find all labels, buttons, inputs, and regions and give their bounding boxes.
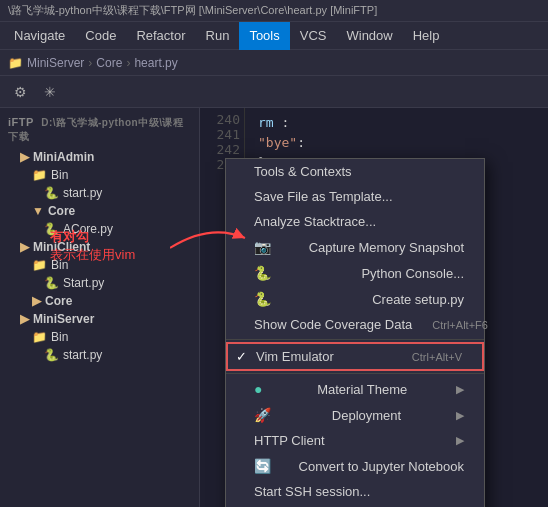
title-text: \路飞学城-python中级\课程下载\FTP网 [\MiniServer\Co… (8, 3, 377, 18)
annotation-line1: 有对勾 (50, 228, 135, 246)
toolbar: ⚙ ✳ (0, 76, 548, 108)
menu-item-python-console[interactable]: 🐍 Python Console... (226, 260, 484, 286)
menu-item-jupyter[interactable]: 🔄 Convert to Jupyter Notebook (226, 453, 484, 479)
menu-item-analyze-stacktrace[interactable]: Analyze Stacktrace... (226, 209, 484, 234)
submenu-arrow3: ▶ (456, 434, 464, 447)
python-icon: 🐍 (254, 265, 271, 281)
breadcrumb-sep1: › (88, 56, 92, 70)
menu-item-http-client[interactable]: HTTP Client ▶ (226, 428, 484, 453)
submenu-arrow: ▶ (456, 383, 464, 396)
title-bar: \路飞学城-python中级\课程下载\FTP网 [\MiniServer\Co… (0, 0, 548, 22)
menu-vcs[interactable]: VCS (290, 22, 337, 50)
menu-run[interactable]: Run (196, 22, 240, 50)
vim-shortcut: Ctrl+Alt+V (412, 351, 462, 363)
menu-separator (226, 339, 484, 340)
settings-icon[interactable]: ⚙ (8, 80, 32, 104)
python-icon2: 🐍 (254, 291, 271, 307)
menu-help[interactable]: Help (403, 22, 450, 50)
menu-item-show-coverage[interactable]: Show Code Coverage Data Ctrl+Alt+F6 (226, 312, 484, 337)
menu-item-tools-contexts[interactable]: Tools & Contexts (226, 159, 484, 184)
breadcrumb-bar: 📁 MiniServer › Core › heart.py (0, 50, 548, 76)
menu-bar: Navigate Code Refactor Run Tools VCS Win… (0, 22, 548, 50)
main-area: iFTP D:\路飞学城-python中级\课程下载 ▶ MiniAdmin 📁… (0, 108, 548, 507)
convert-icon: 🔄 (254, 458, 271, 474)
circle-icon: ● (254, 381, 262, 397)
breadcrumb-file[interactable]: heart.py (134, 56, 177, 70)
breadcrumb-sep2: › (126, 56, 130, 70)
tools-dropdown-menu: Tools & Contexts Save File as Template..… (225, 158, 485, 507)
camera-icon: 📷 (254, 239, 271, 255)
run-icon[interactable]: ✳ (38, 80, 62, 104)
breadcrumb-miniserver[interactable]: MiniServer (27, 56, 84, 70)
menu-refactor[interactable]: Refactor (126, 22, 195, 50)
annotation-line2: 表示在使用vim (50, 246, 135, 264)
breadcrumb-icon: 📁 (8, 56, 23, 70)
submenu-arrow2: ▶ (456, 409, 464, 422)
menu-tools[interactable]: Tools (239, 22, 289, 50)
menu-window[interactable]: Window (336, 22, 402, 50)
breadcrumb-core[interactable]: Core (96, 56, 122, 70)
menu-item-ssh-session[interactable]: Start SSH session... (226, 479, 484, 504)
menu-item-create-setup[interactable]: 🐍 Create setup.py (226, 286, 484, 312)
menu-item-save-template[interactable]: Save File as Template... (226, 184, 484, 209)
menu-code[interactable]: Code (75, 22, 126, 50)
coverage-shortcut: Ctrl+Alt+F6 (432, 319, 488, 331)
dropdown-overlay: 有对勾 表示在使用vim Tools & Contexts Save File … (0, 108, 548, 507)
menu-item-capture-memory[interactable]: 📷 Capture Memory Snapshot (226, 234, 484, 260)
rocket-icon: 🚀 (254, 407, 271, 423)
checkmark-icon: ✓ (236, 349, 247, 364)
menu-item-material-theme[interactable]: ● Material Theme ▶ (226, 376, 484, 402)
menu-separator2 (226, 373, 484, 374)
menu-navigate[interactable]: Navigate (4, 22, 75, 50)
annotation-box: 有对勾 表示在使用vim (50, 228, 135, 264)
menu-item-vim-emulator[interactable]: ✓ Vim Emulator Ctrl+Alt+V (226, 342, 484, 371)
menu-item-deployment[interactable]: 🚀 Deployment ▶ (226, 402, 484, 428)
